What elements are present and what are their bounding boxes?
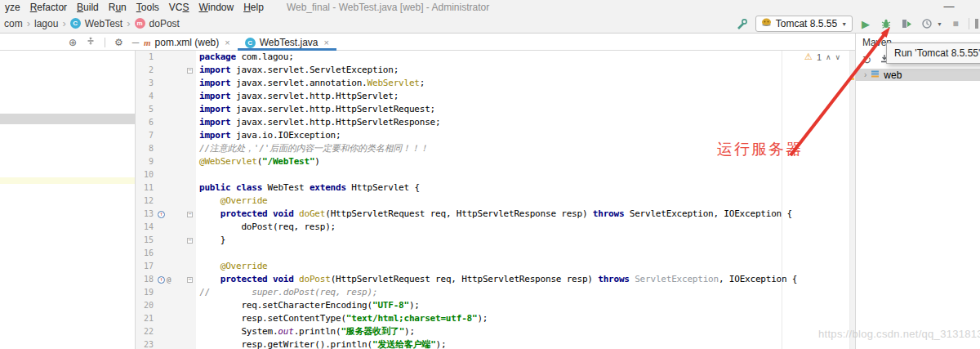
annotation-gutter-icon: @ <box>167 273 171 286</box>
gutter-icons <box>154 116 181 129</box>
fold-collapse-icon[interactable]: − <box>187 277 193 283</box>
code-line[interactable]: 22 System.out.println("服务器收到了"); <box>136 325 855 338</box>
project-selected-row[interactable] <box>0 114 135 124</box>
breadcrumb-item-WebTest[interactable]: WebTest <box>85 18 122 29</box>
line-number[interactable]: 16 <box>136 247 154 260</box>
menu-build[interactable]: Build <box>72 2 104 13</box>
fold-collapse-icon[interactable]: − <box>187 238 193 244</box>
line-number[interactable]: 5 <box>136 103 154 116</box>
menu-vcs[interactable]: VCS <box>164 2 194 13</box>
line-number[interactable]: 8 <box>136 142 154 155</box>
line-number[interactable]: 19 <box>136 286 154 299</box>
code-line[interactable]: 15− } <box>136 234 855 247</box>
code-token: "/WebTest" <box>262 156 314 167</box>
line-number[interactable]: 15 <box>136 234 154 247</box>
run-with-coverage-button[interactable] <box>899 16 914 31</box>
code-line[interactable]: 13↑− protected void doGet(HttpServletReq… <box>136 208 855 221</box>
overriding-method-icon[interactable]: ↑ <box>158 276 165 284</box>
code-line[interactable]: 11public class WebTest extends HttpServl… <box>136 181 855 195</box>
locate-file-icon[interactable]: ⊕ <box>69 37 77 48</box>
code-line[interactable]: 23 resp.getWriter().println("发送给客户端"); <box>136 338 855 349</box>
tab-webtest-java[interactable]: CWebTest.java× <box>238 34 336 51</box>
debug-button[interactable] <box>879 16 893 31</box>
code-line[interactable]: 10 <box>136 168 855 181</box>
chevron-right-icon[interactable]: › <box>864 70 866 79</box>
menu-help[interactable]: Help <box>238 2 269 13</box>
breadcrumb-item-com[interactable]: com <box>4 18 23 29</box>
maven-tree-item-web[interactable]: › web <box>856 69 980 81</box>
code-token: @WebServlet <box>199 156 257 167</box>
profiler-dropdown-icon[interactable]: ▼ <box>937 21 942 27</box>
code-line[interactable]: 18↑@− protected void doPost(HttpServletR… <box>136 273 855 286</box>
line-number[interactable]: 3 <box>136 77 154 90</box>
warning-stripe-mark[interactable] <box>850 78 854 80</box>
line-number[interactable]: 6 <box>136 116 154 129</box>
code-line[interactable]: 21 resp.setContentType("text/html;charse… <box>136 312 855 325</box>
collapse-all-icon[interactable] <box>86 36 96 48</box>
line-number[interactable]: 10 <box>136 168 154 181</box>
code-line[interactable]: 16 <box>136 247 855 260</box>
prev-warning-icon[interactable]: ∧ <box>826 53 831 61</box>
fold-collapse-icon[interactable]: − <box>187 212 193 217</box>
method-icon: m <box>135 18 145 29</box>
code-line[interactable]: 3import javax.servlet.annotation.WebServ… <box>136 77 855 90</box>
line-number[interactable]: 7 <box>136 129 154 142</box>
menu-yze[interactable]: yze <box>0 2 25 13</box>
run-configuration-select[interactable]: Tomcat 8.5.55 ▼ <box>755 16 853 32</box>
code-token: super.doPost(req, resp); <box>210 287 378 298</box>
line-number[interactable]: 13 <box>136 208 154 221</box>
code-line[interactable]: 5import javax.servlet.http.HttpServletRe… <box>136 103 855 116</box>
menu-tools[interactable]: Tools <box>131 2 164 13</box>
code-line[interactable]: 6import javax.servlet.http.HttpServletRe… <box>136 116 855 129</box>
gutter-icons <box>154 77 181 90</box>
minimize-button[interactable]: — <box>941 0 957 12</box>
line-number[interactable]: 22 <box>136 325 154 338</box>
inspections-widget[interactable]: ⚠ 1 ∧ ∨ <box>804 51 840 62</box>
close-icon[interactable]: × <box>324 38 329 47</box>
code-token: protected <box>220 208 268 219</box>
line-number[interactable]: 11 <box>136 181 154 195</box>
line-number[interactable]: 9 <box>136 155 154 168</box>
close-icon[interactable]: × <box>225 38 229 47</box>
line-number[interactable]: 21 <box>136 312 154 325</box>
code-line[interactable]: 17 @Override <box>136 260 855 273</box>
profiler-button[interactable] <box>920 16 934 31</box>
run-button[interactable]: ▶ <box>858 16 873 31</box>
refresh-icon[interactable]: ↻ <box>862 54 871 66</box>
run-tooltip: Run 'Tomcat 8.5.55'Shift <box>886 43 980 64</box>
code-line[interactable]: 20 req.setCharacterEncoding("UTF-8"); <box>136 299 855 312</box>
project-panel[interactable] <box>0 51 136 349</box>
fold-collapse-icon[interactable]: − <box>187 68 193 74</box>
build-hammer-icon[interactable] <box>735 16 750 31</box>
menu-bar-items: yzeRefactorBuildRunToolsVCSWindowHelp <box>0 2 269 13</box>
line-number[interactable]: 14 <box>136 221 154 234</box>
project-highlight-row[interactable] <box>0 177 135 184</box>
line-number[interactable]: 20 <box>136 299 154 312</box>
next-warning-icon[interactable]: ∨ <box>835 53 841 61</box>
line-number[interactable]: 2 <box>136 64 154 77</box>
tab-pom-xml-web-[interactable]: mpom.xml (web)× <box>136 34 238 51</box>
editor-scrollbar[interactable] <box>849 51 855 349</box>
line-number[interactable]: 12 <box>136 195 154 208</box>
menu-refactor[interactable]: Refactor <box>25 2 72 13</box>
menu-window[interactable]: Window <box>194 2 239 13</box>
line-number[interactable]: 17 <box>136 260 154 273</box>
code-editor[interactable]: 1package com.lagou;2−import javax.servle… <box>136 51 855 349</box>
code-line[interactable]: 19// super.doPost(req, resp); <box>136 286 855 299</box>
code-line[interactable]: 12 @Override <box>136 195 855 208</box>
code-line[interactable]: 1package com.lagou; <box>136 51 855 64</box>
breadcrumb-item-lagou[interactable]: lagou <box>34 18 58 29</box>
line-number[interactable]: 18 <box>136 273 154 286</box>
menu-run[interactable]: Run <box>104 2 131 13</box>
code-line[interactable]: 2−import javax.servlet.ServletException; <box>136 64 855 77</box>
overriding-method-icon[interactable]: ↑ <box>158 211 165 218</box>
line-number[interactable]: 4 <box>136 90 154 103</box>
code-line[interactable]: 4import javax.servlet.http.HttpServlet; <box>136 90 855 103</box>
editor-tabs: mpom.xml (web)×CWebTest.java× <box>136 34 336 51</box>
breadcrumb-item-doPost[interactable]: doPost <box>149 18 180 29</box>
line-number[interactable]: 23 <box>136 338 154 349</box>
settings-gear-icon[interactable]: ⚙ <box>114 37 123 48</box>
code-line[interactable]: 14 doPost(req, resp); <box>136 221 855 234</box>
gutter-icons <box>154 325 181 338</box>
line-number[interactable]: 1 <box>136 51 154 64</box>
